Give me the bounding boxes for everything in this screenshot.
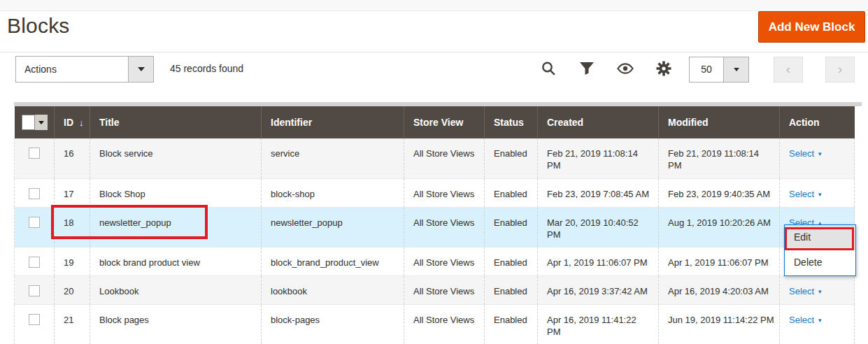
cell-title: Block service — [90, 138, 262, 178]
cell-title: block brand product view — [90, 247, 262, 275]
chevron-down-icon: ▼ — [817, 289, 823, 295]
column-header-status[interactable]: Status — [485, 106, 538, 138]
row-checkbox-cell — [15, 207, 55, 247]
row-action-menu: Edit Delete — [784, 224, 856, 276]
row-checkbox[interactable] — [29, 217, 40, 228]
row-checkbox-cell — [15, 275, 55, 304]
cell-modified: Aug 1, 2019 10:20:26 AM — [659, 207, 780, 247]
cell-created: Apr 16, 2019 3:37:42 AM — [538, 275, 659, 304]
cell-store-view: All Store Views — [404, 275, 485, 304]
cell-status: Enabled — [485, 304, 538, 344]
column-header-title[interactable]: Title — [90, 106, 262, 138]
row-checkbox[interactable] — [29, 285, 40, 296]
cell-modified: Feb 23, 2019 9:40:35 AM — [659, 178, 780, 207]
cell-created: Feb 21, 2019 11:08:14 PM — [538, 138, 659, 178]
cell-action: Select▼ — [780, 138, 855, 178]
column-header-created[interactable]: Created — [538, 106, 659, 138]
cell-status: Enabled — [485, 138, 538, 178]
row-checkbox-cell — [15, 178, 55, 207]
chevron-down-icon[interactable] — [128, 57, 153, 82]
cell-store-view: All Store Views — [404, 178, 485, 207]
column-header-id[interactable]: ID↓ — [55, 106, 90, 138]
cell-store-view: All Store Views — [404, 304, 485, 344]
gear-icon[interactable] — [655, 59, 672, 78]
per-page-value: 50 — [690, 57, 723, 82]
blocks-grid: ID↓ Title Identifier Store View Status C… — [14, 106, 855, 344]
cell-modified: Apr 16, 2019 4:20:03 AM — [659, 275, 780, 304]
cell-store-view: All Store Views — [404, 138, 485, 178]
cell-identifier: newsletter_popup — [262, 207, 404, 247]
select-action-link[interactable]: Select▼ — [789, 315, 823, 325]
row-checkbox[interactable] — [29, 257, 40, 268]
records-found-text: 45 records found — [170, 63, 243, 74]
grid-header-row: ID↓ Title Identifier Store View Status C… — [15, 106, 855, 138]
cell-identifier: block_brand_product_view — [262, 247, 404, 275]
column-header-action: Action — [780, 106, 855, 138]
row-checkbox[interactable] — [29, 188, 40, 199]
select-action-link[interactable]: Select▼ — [789, 189, 823, 199]
chevron-down-icon[interactable] — [35, 115, 48, 130]
cell-identifier: lookbook — [262, 275, 404, 304]
row-checkbox[interactable] — [29, 314, 40, 325]
cell-id: 16 — [55, 138, 90, 178]
eye-icon[interactable] — [617, 59, 634, 78]
header-divider — [0, 52, 868, 52]
cell-status: Enabled — [485, 178, 538, 207]
select-all-header — [15, 106, 55, 138]
column-header-identifier[interactable]: Identifier — [262, 106, 404, 138]
cell-id: 21 — [55, 304, 90, 344]
cell-modified: Apr 1, 2019 11:06:07 PM — [659, 247, 780, 275]
checkbox-icon[interactable] — [22, 115, 35, 130]
cell-status: Enabled — [485, 247, 538, 275]
table-row: 20 Lookbook lookbook All Store Views Ena… — [15, 275, 855, 304]
column-header-modified[interactable]: Modified — [659, 106, 780, 138]
column-header-store-view[interactable]: Store View — [404, 106, 485, 138]
filter-icon[interactable] — [578, 59, 595, 78]
table-row-highlighted: 18 newsletter_popup newsletter_popup All… — [15, 207, 855, 247]
cell-id: 19 — [55, 247, 90, 275]
cell-created: Feb 23, 2019 7:08:45 AM — [538, 178, 659, 207]
cell-title: Lookbook — [90, 275, 262, 304]
table-row: 21 Block pages block-pages All Store Vie… — [15, 304, 855, 344]
chevron-down-icon[interactable] — [723, 57, 748, 82]
cell-action: Select▼ — [780, 178, 855, 207]
cell-id: 17 — [55, 178, 90, 207]
select-all-checkbox[interactable] — [22, 115, 48, 130]
cell-store-view: All Store Views — [404, 207, 485, 247]
cell-identifier: block-pages — [262, 304, 404, 344]
select-action-link[interactable]: Select▼ — [789, 148, 823, 159]
per-page-selector[interactable]: 50 — [689, 57, 749, 83]
cell-action: Select▼ — [780, 275, 855, 304]
next-page-button[interactable]: › — [825, 57, 855, 83]
row-checkbox-cell — [15, 138, 55, 178]
chevron-down-icon: ▼ — [817, 192, 823, 198]
search-icon[interactable] — [540, 59, 557, 78]
add-new-block-button[interactable]: Add New Block — [758, 11, 865, 43]
cell-title: Block pages — [90, 304, 262, 344]
previous-page-button[interactable]: ‹ — [774, 57, 803, 83]
cell-created: Apr 16, 2019 11:41:22 PM — [538, 304, 659, 344]
page-title: Blocks — [7, 14, 70, 38]
cell-store-view: All Store Views — [404, 247, 485, 275]
menu-item-edit[interactable]: Edit — [785, 225, 855, 250]
cell-title: Block Shop — [90, 178, 262, 207]
cell-created: Mar 20, 2019 10:40:52 PM — [538, 207, 659, 247]
table-row: 16 Block service service All Store Views… — [15, 138, 855, 178]
cell-id: 18 — [55, 207, 90, 247]
menu-item-delete[interactable]: Delete — [785, 250, 855, 275]
cell-created: Apr 1, 2019 11:06:07 PM — [538, 247, 659, 275]
sort-desc-icon: ↓ — [79, 117, 84, 128]
row-checkbox[interactable] — [29, 148, 40, 159]
cell-identifier: service — [262, 138, 404, 178]
actions-dropdown[interactable]: Actions — [15, 56, 154, 83]
row-checkbox-cell — [15, 247, 55, 275]
cell-identifier: block-shop — [262, 178, 404, 207]
top-strip — [0, 0, 868, 11]
cell-modified: Jun 19, 2019 11:14:22 PM — [659, 304, 780, 344]
cell-action: Select▼ — [780, 304, 855, 344]
cell-status: Enabled — [485, 207, 538, 247]
row-checkbox-cell — [15, 304, 55, 344]
actions-dropdown-label: Actions — [16, 57, 128, 82]
table-row: 19 block brand product view block_brand_… — [15, 247, 855, 275]
select-action-link[interactable]: Select▼ — [789, 286, 823, 296]
